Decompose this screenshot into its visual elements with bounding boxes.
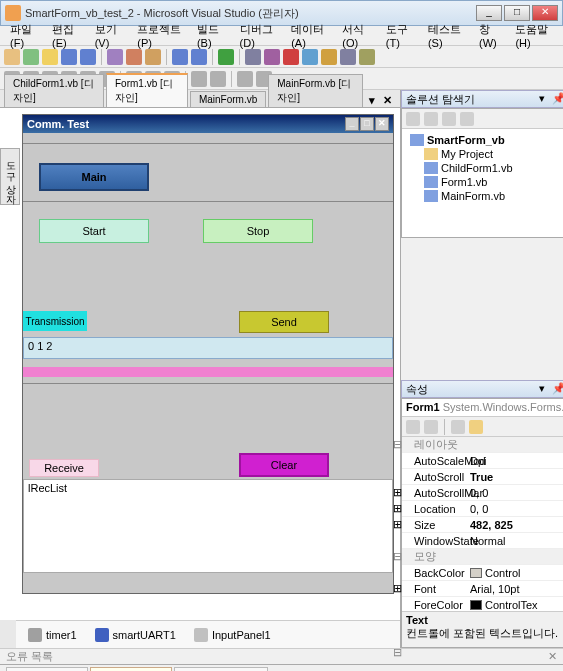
add-item-icon[interactable]	[23, 49, 39, 65]
new-project-icon[interactable]	[4, 49, 20, 65]
stop-button[interactable]: Stop	[203, 219, 313, 243]
properties-grid[interactable]: ⊟레이아웃 AutoScaleModDpi AutoScrollTrue ⊞Au…	[402, 437, 563, 611]
close-icon[interactable]: ✕	[548, 650, 557, 663]
hspace-icon[interactable]	[191, 71, 207, 87]
category-layout[interactable]: ⊟레이아웃	[402, 437, 563, 453]
selected-type: System.Windows.Forms.Fc	[443, 401, 563, 414]
save-icon[interactable]	[61, 49, 77, 65]
properties-page-icon[interactable]	[451, 420, 465, 434]
refresh-icon[interactable]	[442, 112, 456, 126]
prop-font[interactable]: ⊞FontArial, 10pt	[402, 581, 563, 597]
open-icon[interactable]	[42, 49, 58, 65]
transmission-label[interactable]: Transmission	[23, 311, 87, 331]
properties-icon[interactable]	[340, 49, 356, 65]
properties-object-selector[interactable]: Form1 System.Windows.Forms.Fc ▾	[402, 399, 563, 417]
menu-format[interactable]: 서식(O)	[336, 20, 378, 51]
menu-build[interactable]: 빌드(B)	[191, 20, 232, 51]
input-textbox[interactable]: 0 1 2	[23, 337, 393, 359]
menu-window[interactable]: 창(W)	[473, 20, 507, 51]
inputpanel-label: InputPanel1	[212, 629, 271, 641]
menu-project[interactable]: 프로젝트(P)	[131, 20, 189, 51]
tab-mainform-design[interactable]: MainForm.vb [디자인]	[268, 74, 363, 107]
errors-filter[interactable]: 0개의 오류	[6, 667, 88, 671]
tab-close-icon[interactable]: ✕	[379, 94, 396, 107]
redo-icon[interactable]	[191, 49, 207, 65]
prop-windowstate[interactable]: WindowStateNormal	[402, 533, 563, 549]
menu-file[interactable]: 파일(F)	[4, 20, 44, 51]
designer-surface[interactable]: 도구 상자 Comm. Test _ □ ✕ Main Start Stop	[0, 108, 400, 620]
form-maximize-icon: □	[360, 117, 374, 131]
smartuart-component[interactable]: smartUART1	[95, 628, 176, 642]
tab-form1-design[interactable]: Form1.vb [디자인]	[106, 73, 188, 107]
menu-help[interactable]: 도움말(H)	[509, 20, 559, 51]
undo-icon[interactable]	[172, 49, 188, 65]
minimize-button[interactable]: _	[476, 5, 502, 21]
desc-body: 컨트롤에 포함된 텍스트입니다.	[406, 627, 558, 639]
send-button[interactable]: Send	[239, 311, 329, 333]
show-all-icon[interactable]	[424, 112, 438, 126]
solution-icon[interactable]	[321, 49, 337, 65]
pink-bar[interactable]	[23, 367, 393, 377]
separator-line	[23, 201, 393, 202]
prop-autoscroll[interactable]: AutoScrollTrue	[402, 469, 563, 485]
messages-filter[interactable]: 0개의 메시지	[174, 667, 267, 671]
categorized-icon[interactable]	[406, 420, 420, 434]
menu-data[interactable]: 데이터(A)	[285, 20, 334, 51]
start-button[interactable]: Start	[39, 219, 149, 243]
maximize-button[interactable]: □	[504, 5, 530, 21]
find-icon[interactable]	[264, 49, 280, 65]
warnings-filter[interactable]: 2개의 경고	[90, 667, 172, 671]
close-button[interactable]: ✕	[532, 5, 558, 21]
pin-icon[interactable]: 📌	[552, 92, 563, 106]
main-button[interactable]: Main	[39, 163, 149, 191]
prop-forecolor[interactable]: ForeColorControlTex	[402, 597, 563, 611]
alphabetical-icon[interactable]	[424, 420, 438, 434]
menu-test[interactable]: 테스트(S)	[422, 20, 471, 51]
view-code-icon[interactable]	[460, 112, 474, 126]
form-designer[interactable]: Comm. Test _ □ ✕ Main Start Stop Transmi…	[22, 114, 394, 594]
vspace-icon[interactable]	[210, 71, 226, 87]
cut-icon[interactable]	[107, 49, 123, 65]
menu-debug[interactable]: 디버그(D)	[234, 20, 284, 51]
form-body[interactable]: Main Start Stop Transmission Send 0 1 2 …	[23, 133, 393, 593]
properties-icon[interactable]	[406, 112, 420, 126]
tree-childform[interactable]: ChildForm1.vb	[406, 161, 563, 175]
config-icon[interactable]	[245, 49, 261, 65]
tree-root[interactable]: SmartForm_vb	[406, 133, 563, 147]
timer-component[interactable]: timer1	[28, 628, 77, 642]
receive-label[interactable]: Receive	[29, 459, 99, 477]
menu-view[interactable]: 보기(V)	[89, 20, 130, 51]
save-all-icon[interactable]	[80, 49, 96, 65]
tab-childform-design[interactable]: ChildForm1.vb [디자인]	[4, 74, 104, 107]
step-icon[interactable]	[302, 49, 318, 65]
break-icon[interactable]	[283, 49, 299, 65]
prop-location[interactable]: ⊞Location0, 0	[402, 501, 563, 517]
prop-size[interactable]: ⊞Size482, 825	[402, 517, 563, 533]
toolbox-icon[interactable]	[359, 49, 375, 65]
dropdown-icon[interactable]: ▾	[535, 92, 549, 106]
prop-autoscrollmargin[interactable]: ⊞AutoScrollMar0, 0	[402, 485, 563, 501]
toolbox-tab[interactable]: 도구 상자	[0, 148, 20, 205]
start-debug-icon[interactable]	[218, 49, 234, 65]
tab-dropdown-icon[interactable]: ▾	[365, 94, 379, 107]
bring-front-icon[interactable]	[237, 71, 253, 87]
paste-icon[interactable]	[145, 49, 161, 65]
pin-icon[interactable]: 📌	[552, 382, 563, 396]
reclist-listbox[interactable]: lRecList	[23, 479, 393, 573]
menu-tools[interactable]: 도구(T)	[380, 20, 420, 51]
tree-myproject[interactable]: My Project	[406, 147, 563, 161]
inputpanel-component[interactable]: InputPanel1	[194, 628, 271, 642]
menu-edit[interactable]: 편집(E)	[46, 20, 87, 51]
prop-backcolor[interactable]: BackColorControl	[402, 565, 563, 581]
prop-autoscalemode[interactable]: AutoScaleModDpi	[402, 453, 563, 469]
events-icon[interactable]	[469, 420, 483, 434]
tab-mainform-code[interactable]: MainForm.vb	[190, 91, 266, 107]
tree-mainform[interactable]: MainForm.vb	[406, 189, 563, 203]
category-appearance[interactable]: ⊟모양	[402, 549, 563, 565]
dropdown-icon[interactable]: ▾	[535, 382, 549, 396]
solution-toolbar	[402, 109, 563, 129]
solution-tree: SmartForm_vb My Project ChildForm1.vb Fo…	[402, 129, 563, 207]
tree-form1[interactable]: Form1.vb	[406, 175, 563, 189]
clear-button[interactable]: Clear	[239, 453, 329, 477]
copy-icon[interactable]	[126, 49, 142, 65]
